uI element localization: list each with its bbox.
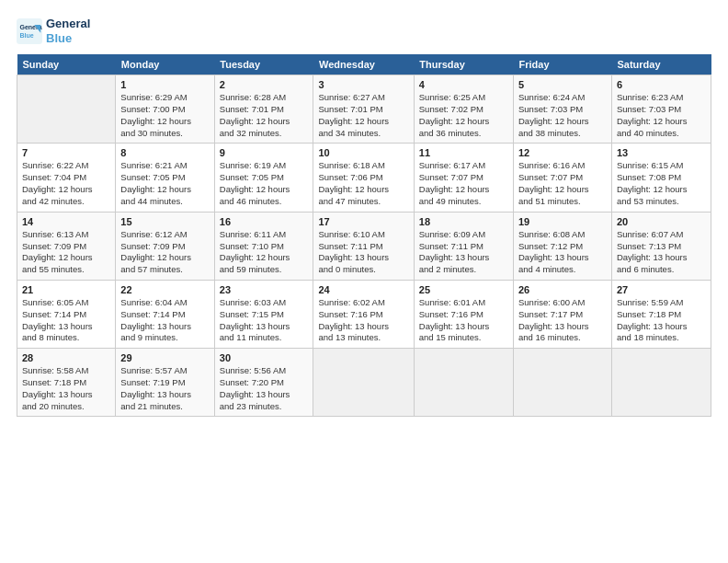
logo-text: General Blue	[46, 17, 90, 45]
day-number: 2	[220, 79, 309, 90]
day-cell: 1Sunrise: 6:29 AMSunset: 7:00 PMDaylight…	[116, 75, 214, 144]
day-info: Sunrise: 6:11 AMSunset: 7:10 PMDaylight:…	[220, 229, 309, 276]
day-number: 30	[220, 352, 309, 363]
day-cell: 4Sunrise: 6:25 AMSunset: 7:02 PMDaylight…	[414, 75, 513, 144]
day-info: Sunrise: 5:57 AMSunset: 7:19 PMDaylight:…	[120, 365, 209, 412]
weekday-thursday: Thursday	[414, 54, 513, 75]
day-info: Sunrise: 6:17 AMSunset: 7:07 PMDaylight:…	[419, 160, 508, 207]
day-cell: 27Sunrise: 5:59 AMSunset: 7:18 PMDayligh…	[611, 280, 711, 348]
day-number: 12	[518, 147, 607, 158]
day-info: Sunrise: 6:18 AMSunset: 7:06 PMDaylight:…	[318, 160, 408, 207]
day-cell: 19Sunrise: 6:08 AMSunset: 7:12 PMDayligh…	[513, 212, 611, 280]
day-info: Sunrise: 6:25 AMSunset: 7:02 PMDaylight:…	[419, 92, 508, 139]
day-info: Sunrise: 6:01 AMSunset: 7:16 PMDaylight:…	[419, 297, 508, 344]
day-number: 27	[617, 284, 706, 295]
day-cell	[313, 349, 414, 417]
day-cell: 2Sunrise: 6:28 AMSunset: 7:01 PMDaylight…	[214, 75, 313, 144]
day-number: 10	[318, 147, 408, 158]
week-row-2: 7Sunrise: 6:22 AMSunset: 7:04 PMDaylight…	[17, 144, 711, 212]
day-info: Sunrise: 6:05 AMSunset: 7:14 PMDaylight:…	[22, 297, 110, 344]
day-number: 3	[318, 79, 408, 90]
day-info: Sunrise: 6:29 AMSunset: 7:00 PMDaylight:…	[120, 92, 209, 139]
day-cell: 25Sunrise: 6:01 AMSunset: 7:16 PMDayligh…	[414, 280, 513, 348]
weekday-sunday: Sunday	[17, 54, 116, 75]
day-number: 19	[518, 216, 607, 227]
header: General Blue General Blue	[17, 17, 711, 45]
day-info: Sunrise: 6:15 AMSunset: 7:08 PMDaylight:…	[617, 160, 706, 207]
week-row-3: 14Sunrise: 6:13 AMSunset: 7:09 PMDayligh…	[17, 212, 711, 280]
day-info: Sunrise: 6:21 AMSunset: 7:05 PMDaylight:…	[120, 160, 209, 207]
calendar-table: SundayMondayTuesdayWednesdayThursdayFrid…	[17, 54, 711, 417]
day-cell: 29Sunrise: 5:57 AMSunset: 7:19 PMDayligh…	[116, 349, 214, 417]
day-cell	[611, 349, 711, 417]
logo: General Blue General Blue	[17, 17, 90, 45]
day-cell: 8Sunrise: 6:21 AMSunset: 7:05 PMDaylight…	[116, 144, 214, 212]
day-number: 20	[617, 216, 706, 227]
day-info: Sunrise: 6:12 AMSunset: 7:09 PMDaylight:…	[120, 229, 209, 276]
day-cell: 3Sunrise: 6:27 AMSunset: 7:01 PMDaylight…	[313, 75, 414, 144]
day-number: 8	[120, 147, 209, 158]
weekday-friday: Friday	[513, 54, 611, 75]
day-number: 28	[22, 352, 110, 363]
weekday-tuesday: Tuesday	[214, 54, 313, 75]
day-info: Sunrise: 6:27 AMSunset: 7:01 PMDaylight:…	[318, 92, 408, 139]
week-row-5: 28Sunrise: 5:58 AMSunset: 7:18 PMDayligh…	[17, 349, 711, 417]
weekday-wednesday: Wednesday	[313, 54, 414, 75]
day-number: 23	[220, 284, 309, 295]
day-cell: 17Sunrise: 6:10 AMSunset: 7:11 PMDayligh…	[313, 212, 414, 280]
day-cell	[414, 349, 513, 417]
day-info: Sunrise: 6:02 AMSunset: 7:16 PMDaylight:…	[318, 297, 408, 344]
day-number: 25	[419, 284, 508, 295]
day-cell: 21Sunrise: 6:05 AMSunset: 7:14 PMDayligh…	[17, 280, 116, 348]
weekday-saturday: Saturday	[611, 54, 711, 75]
day-cell: 13Sunrise: 6:15 AMSunset: 7:08 PMDayligh…	[611, 144, 711, 212]
week-row-4: 21Sunrise: 6:05 AMSunset: 7:14 PMDayligh…	[17, 280, 711, 348]
week-row-1: 1Sunrise: 6:29 AMSunset: 7:00 PMDaylight…	[17, 75, 711, 144]
day-number: 14	[22, 216, 110, 227]
day-number: 1	[120, 79, 209, 90]
day-cell: 9Sunrise: 6:19 AMSunset: 7:05 PMDaylight…	[214, 144, 313, 212]
day-number: 13	[617, 147, 706, 158]
day-info: Sunrise: 5:58 AMSunset: 7:18 PMDaylight:…	[22, 365, 110, 412]
day-cell: 22Sunrise: 6:04 AMSunset: 7:14 PMDayligh…	[116, 280, 214, 348]
day-number: 7	[22, 147, 110, 158]
day-info: Sunrise: 6:24 AMSunset: 7:03 PMDaylight:…	[518, 92, 607, 139]
day-number: 15	[120, 216, 209, 227]
day-number: 21	[22, 284, 110, 295]
day-cell: 16Sunrise: 6:11 AMSunset: 7:10 PMDayligh…	[214, 212, 313, 280]
day-info: Sunrise: 6:04 AMSunset: 7:14 PMDaylight:…	[120, 297, 209, 344]
day-info: Sunrise: 6:19 AMSunset: 7:05 PMDaylight:…	[220, 160, 309, 207]
day-number: 18	[419, 216, 508, 227]
day-info: Sunrise: 6:13 AMSunset: 7:09 PMDaylight:…	[22, 229, 110, 276]
weekday-monday: Monday	[116, 54, 214, 75]
day-cell: 15Sunrise: 6:12 AMSunset: 7:09 PMDayligh…	[116, 212, 214, 280]
logo-icon: General Blue	[17, 18, 42, 44]
day-cell: 18Sunrise: 6:09 AMSunset: 7:11 PMDayligh…	[414, 212, 513, 280]
day-info: Sunrise: 6:16 AMSunset: 7:07 PMDaylight:…	[518, 160, 607, 207]
day-info: Sunrise: 5:59 AMSunset: 7:18 PMDaylight:…	[617, 297, 706, 344]
svg-text:Blue: Blue	[20, 32, 34, 39]
day-cell: 7Sunrise: 6:22 AMSunset: 7:04 PMDaylight…	[17, 144, 116, 212]
day-cell: 26Sunrise: 6:00 AMSunset: 7:17 PMDayligh…	[513, 280, 611, 348]
day-info: Sunrise: 5:56 AMSunset: 7:20 PMDaylight:…	[220, 365, 309, 412]
day-number: 9	[220, 147, 309, 158]
day-info: Sunrise: 6:00 AMSunset: 7:17 PMDaylight:…	[518, 297, 607, 344]
day-number: 11	[419, 147, 508, 158]
day-cell: 10Sunrise: 6:18 AMSunset: 7:06 PMDayligh…	[313, 144, 414, 212]
day-cell: 24Sunrise: 6:02 AMSunset: 7:16 PMDayligh…	[313, 280, 414, 348]
day-info: Sunrise: 6:07 AMSunset: 7:13 PMDaylight:…	[617, 229, 706, 276]
day-info: Sunrise: 6:08 AMSunset: 7:12 PMDaylight:…	[518, 229, 607, 276]
day-number: 22	[120, 284, 209, 295]
day-number: 26	[518, 284, 607, 295]
day-cell: 12Sunrise: 6:16 AMSunset: 7:07 PMDayligh…	[513, 144, 611, 212]
day-number: 29	[120, 352, 209, 363]
day-info: Sunrise: 6:23 AMSunset: 7:03 PMDaylight:…	[617, 92, 706, 139]
page: General Blue General Blue SundayMondayTu…	[0, 0, 728, 563]
day-cell	[513, 349, 611, 417]
day-cell: 28Sunrise: 5:58 AMSunset: 7:18 PMDayligh…	[17, 349, 116, 417]
day-cell	[17, 75, 116, 144]
day-cell: 11Sunrise: 6:17 AMSunset: 7:07 PMDayligh…	[414, 144, 513, 212]
day-cell: 6Sunrise: 6:23 AMSunset: 7:03 PMDaylight…	[611, 75, 711, 144]
day-cell: 5Sunrise: 6:24 AMSunset: 7:03 PMDaylight…	[513, 75, 611, 144]
day-number: 6	[617, 79, 706, 90]
